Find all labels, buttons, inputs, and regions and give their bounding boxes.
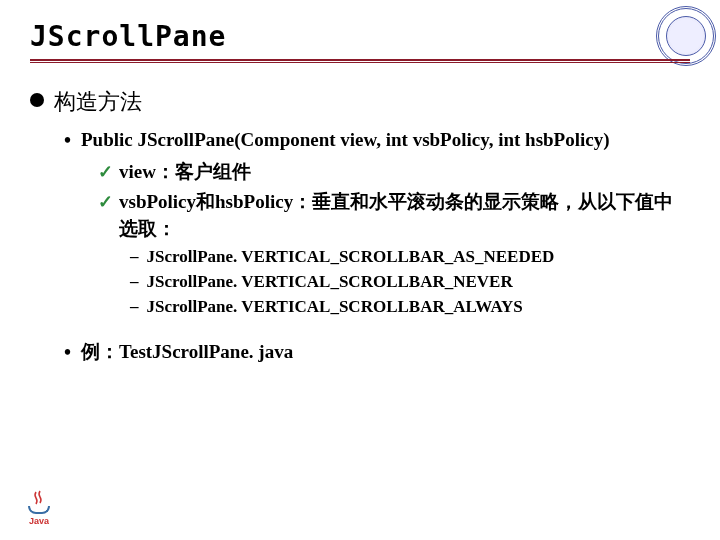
- dash-icon: –: [130, 272, 139, 292]
- example-item: • 例：TestJScrollPane. java: [64, 339, 690, 365]
- param-policy-text: vsbPolicy和hsbPolicy：垂直和水平滚动条的显示策略，从以下值中选…: [119, 189, 690, 242]
- constructor-signature-item: • Public JScrollPane(Component view, int…: [64, 127, 690, 153]
- dash-icon: –: [130, 247, 139, 267]
- heading-constructors: 构造方法: [30, 87, 690, 117]
- slide-header: JScrollPane: [30, 20, 690, 71]
- check-icon: ✓: [98, 161, 113, 183]
- constant-text: JScrollPane. VERTICAL_SCROLLBAR_ALWAYS: [147, 296, 523, 319]
- param-view-item: ✓ view：客户组件: [98, 159, 690, 186]
- bullet-dot-icon: •: [64, 129, 71, 152]
- slide-title: JScrollPane: [30, 20, 690, 53]
- java-logo-icon: Java: [22, 490, 56, 530]
- example-text: 例：TestJScrollPane. java: [81, 339, 293, 365]
- check-icon: ✓: [98, 191, 113, 213]
- constant-never: – JScrollPane. VERTICAL_SCROLLBAR_NEVER: [130, 271, 690, 294]
- dash-icon: –: [130, 297, 139, 317]
- constant-text: JScrollPane. VERTICAL_SCROLLBAR_NEVER: [147, 271, 513, 294]
- title-underline: [30, 59, 690, 63]
- java-logo-text: Java: [22, 516, 56, 526]
- constant-as-needed: – JScrollPane. VERTICAL_SCROLLBAR_AS_NEE…: [130, 246, 690, 269]
- param-policy-item: ✓ vsbPolicy和hsbPolicy：垂直和水平滚动条的显示策略，从以下值…: [98, 189, 690, 242]
- param-view-text: view：客户组件: [119, 159, 251, 186]
- constant-always: – JScrollPane. VERTICAL_SCROLLBAR_ALWAYS: [130, 296, 690, 319]
- slide: JScrollPane 构造方法 • Public JScrollPane(Co…: [0, 0, 720, 540]
- slide-content: 构造方法 • Public JScrollPane(Component view…: [30, 71, 690, 365]
- constant-text: JScrollPane. VERTICAL_SCROLLBAR_AS_NEEDE…: [147, 246, 555, 269]
- bullet-disc-icon: [30, 93, 44, 107]
- heading-text: 构造方法: [54, 87, 142, 117]
- constructor-signature: Public JScrollPane(Component view, int v…: [81, 127, 610, 153]
- bullet-dot-icon: •: [64, 341, 71, 364]
